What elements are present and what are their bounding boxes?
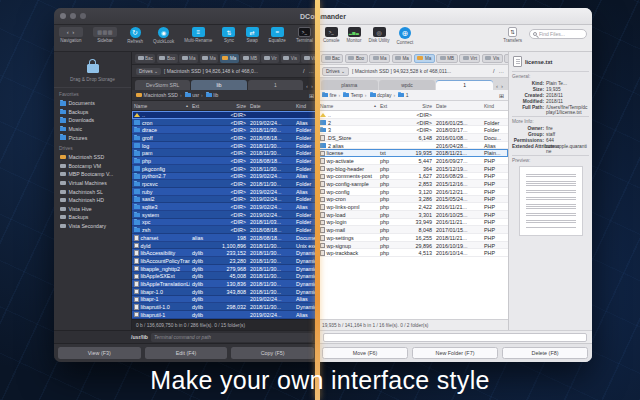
table-row[interactable]: .. <DIR> bbox=[132, 111, 318, 119]
transfers-button[interactable]: Transfers bbox=[503, 27, 522, 43]
column-size[interactable]: Size bbox=[396, 103, 434, 109]
breadcrumb-item[interactable]: dcplay bbox=[365, 92, 392, 98]
drive-button[interactable]: Boo bbox=[345, 54, 368, 63]
close-button[interactable] bbox=[60, 13, 66, 19]
sidebar-item[interactable]: Vista Hive bbox=[54, 205, 131, 214]
drive-button[interactable]: Bac bbox=[135, 54, 155, 63]
sidebar-item[interactable]: Macintosh SSD bbox=[54, 153, 131, 162]
sidebar-item[interactable]: Machintosh HD bbox=[54, 196, 131, 205]
table-row[interactable]: .DS_Store 6,148 2016/01/08... Docu... bbox=[318, 134, 508, 142]
table-row[interactable]: libapple_nghttp2 dylib 279,968 2018/11/3… bbox=[132, 265, 318, 273]
table-row[interactable]: dyld 1,100,896 2018/11/30... Unix exec..… bbox=[132, 242, 318, 250]
grid-view-icon[interactable]: ⊞ bbox=[309, 92, 314, 99]
table-row[interactable]: libapr-1.0 dylib 343,808 2018/11/30... D… bbox=[132, 288, 318, 296]
toolbar-button[interactable]: Sidebar bbox=[93, 27, 117, 43]
toolbar-button[interactable]: Refresh bbox=[127, 27, 143, 44]
tab-prev-icon[interactable]: ‹ bbox=[306, 83, 308, 89]
fkey-button[interactable]: View (F3) bbox=[58, 347, 141, 359]
table-row[interactable]: wp-mail php 8,048 2017/01/15... PHP bbox=[318, 226, 508, 234]
drive-button[interactable]: Virt bbox=[459, 54, 480, 63]
table-row[interactable]: wp-config php 3,120 2016/12/21... PHP bbox=[318, 188, 508, 196]
minimize-button[interactable] bbox=[70, 13, 76, 19]
table-row[interactable]: xpc <DIR> 2018/11/03... Folder bbox=[132, 219, 318, 227]
column-date[interactable]: Date bbox=[248, 103, 294, 109]
column-size[interactable]: Size bbox=[210, 103, 248, 109]
table-row[interactable]: ruby <DIR> 2019/02/24... Alias bbox=[132, 188, 318, 196]
sidebar-item[interactable]: MBP Bootcamp V... bbox=[54, 170, 131, 179]
drive-button[interactable]: MB bbox=[240, 54, 259, 63]
table-row[interactable]: libAccessibility dylib 233,152 2018/11/3… bbox=[132, 249, 318, 257]
table-row[interactable]: wp-load php 3,301 2016/10/25... PHP bbox=[318, 211, 508, 219]
table-row[interactable]: libAppleSXExt dylib 45,008 2018/11/30...… bbox=[132, 272, 318, 280]
zoom-button[interactable] bbox=[80, 13, 86, 19]
fkey-button[interactable]: Edit (F4) bbox=[145, 347, 228, 359]
table-row[interactable]: cron <DIR> 2019/02/24... Alias bbox=[132, 119, 318, 127]
drive-button[interactable]: Ma bbox=[179, 54, 198, 63]
sidebar-item[interactable]: Virtual Machines bbox=[54, 179, 131, 188]
terminal-command-input[interactable]: Terminal command or path bbox=[151, 333, 313, 342]
style-divider-line[interactable] bbox=[315, 0, 320, 400]
table-row[interactable]: wp-signup php 29,896 2016/10/19... PHP bbox=[318, 242, 508, 250]
table-row[interactable]: wp-trackback php 4,513 2016/10/14... PHP bbox=[318, 249, 508, 257]
tab[interactable]: wpdc bbox=[379, 80, 436, 90]
column-ext[interactable]: Ext bbox=[378, 103, 396, 109]
toolbar-button[interactable]: Console bbox=[323, 27, 340, 45]
fkey-button[interactable]: Delete (F8) bbox=[502, 347, 588, 359]
table-row[interactable]: charset alias 198 2018/08/18... Document bbox=[132, 234, 318, 242]
tab-prev-icon[interactable]: ‹ bbox=[496, 83, 498, 89]
toolbar-button[interactable]: Navigation bbox=[59, 27, 83, 43]
table-row[interactable]: libaprutil-1.0 dylib 298,032 2018/11/30.… bbox=[132, 303, 318, 311]
breadcrumb-item[interactable]: fire bbox=[322, 92, 336, 98]
drive-button[interactable]: Ma bbox=[414, 54, 435, 63]
table-row[interactable]: .. <DIR> bbox=[318, 111, 508, 119]
toolbar-button[interactable]: Terminal bbox=[296, 27, 313, 43]
sidebar-item[interactable]: Machintosh SL bbox=[54, 187, 131, 196]
toolbar-button[interactable]: QuickLook bbox=[153, 27, 174, 44]
column-ext[interactable]: Ext bbox=[190, 103, 210, 109]
table-row[interactable]: log <DIR> 2018/11/30... Folder bbox=[132, 142, 318, 150]
breadcrumb-item[interactable]: Macintosh SSD bbox=[136, 92, 178, 98]
drive-button[interactable]: Ma bbox=[392, 54, 413, 63]
toolbar-button[interactable]: Swap bbox=[246, 27, 259, 43]
sidebar-item[interactable]: Music bbox=[54, 125, 131, 134]
drive-button[interactable]: Vis bbox=[281, 54, 300, 63]
drive-button[interactable]: Bac bbox=[321, 54, 343, 63]
drives-selector[interactable]: Drives ⌄ bbox=[322, 67, 349, 76]
table-row[interactable]: rpcsvc <DIR> 2018/11/30... Folder bbox=[132, 180, 318, 188]
root-button[interactable]: / bbox=[493, 68, 495, 74]
more-button[interactable]: … bbox=[309, 68, 315, 74]
column-name[interactable]: Name▴ bbox=[132, 103, 190, 109]
table-row[interactable]: python2.7 <DIR> 2019/02/24... Alias bbox=[132, 173, 318, 181]
sidebar-item[interactable]: Downloads bbox=[54, 116, 131, 125]
drive-button[interactable]: MB bbox=[436, 54, 457, 63]
tab[interactable]: 1 bbox=[248, 80, 303, 90]
table-row[interactable]: libAccountPolicyTrans... dylib 23,280 20… bbox=[132, 257, 318, 265]
fkey-button[interactable]: New Folder (F7) bbox=[412, 347, 498, 359]
table-row[interactable]: 2 alias 2016/04/28... Alias bbox=[318, 142, 508, 150]
drag-drop-storage[interactable]: Drag & Drop Storage bbox=[54, 52, 131, 88]
find-files-input[interactable]: Find Files... bbox=[529, 29, 587, 39]
table-row[interactable]: wp-login php 33,949 2016/11/21... PHP bbox=[318, 219, 508, 227]
toolbar-button[interactable]: Multi-Rename bbox=[184, 27, 212, 43]
toolbar-button[interactable]: Connect bbox=[397, 27, 414, 45]
breadcrumb-item[interactable]: lib bbox=[201, 92, 218, 98]
more-button[interactable]: … bbox=[499, 68, 505, 74]
toolbar-button[interactable]: Monitor bbox=[347, 27, 362, 45]
table-row[interactable]: wp-links-opml php 2,422 2016/11/21... PH… bbox=[318, 203, 508, 211]
sidebar-item[interactable]: Backups bbox=[54, 213, 131, 222]
table-row[interactable]: wp-activate php 5,447 2016/09/27... PHP bbox=[318, 157, 508, 165]
tab[interactable]: DevStorm SRL bbox=[135, 80, 190, 90]
table-row[interactable]: license txt 19,935 2018/11/21... Plain..… bbox=[318, 149, 508, 157]
table-row[interactable]: 2 <DIR> 2016/01/25... Folder bbox=[318, 119, 508, 127]
drive-button[interactable]: Ma bbox=[220, 54, 239, 63]
grid-view-icon[interactable]: ⊞ bbox=[499, 92, 504, 99]
root-button[interactable]: / bbox=[303, 68, 305, 74]
drive-button[interactable]: Ma bbox=[200, 54, 219, 63]
toolbar-button[interactable]: Sync bbox=[222, 27, 235, 43]
table-row[interactable]: php <DIR> 2018/08/18... Folder bbox=[132, 157, 318, 165]
table-row[interactable]: libAppleTranslationLi... dylib 130,836 2… bbox=[132, 280, 318, 288]
drive-button[interactable]: Ma bbox=[369, 54, 390, 63]
toolbar-button[interactable]: Disk Utility bbox=[369, 27, 390, 45]
table-row[interactable]: pkgconfig <DIR> 2018/11/30... Folder bbox=[132, 165, 318, 173]
table-row[interactable]: pam <DIR> 2018/11/30... Folder bbox=[132, 149, 318, 157]
